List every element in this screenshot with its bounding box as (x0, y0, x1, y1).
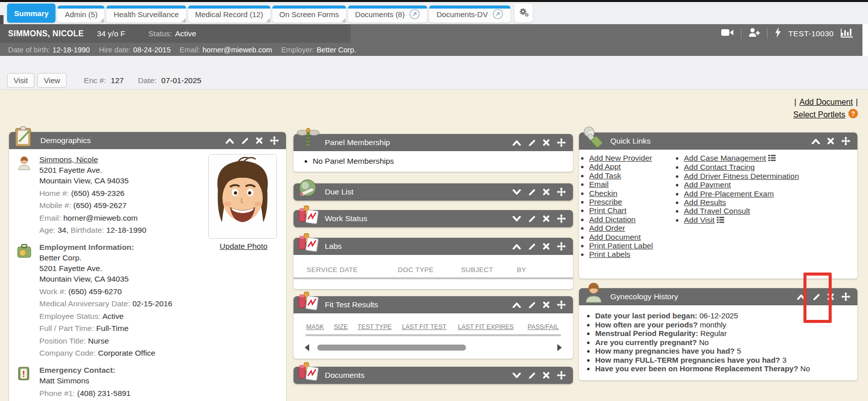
close-icon[interactable] (543, 188, 550, 195)
expand-icon[interactable] (512, 189, 521, 195)
edit-icon[interactable] (241, 137, 249, 145)
fit-col-mask[interactable]: MASK (306, 323, 324, 330)
edit-icon[interactable] (528, 372, 536, 379)
close-icon[interactable] (543, 372, 550, 379)
move-icon[interactable] (557, 300, 566, 309)
update-photo-link[interactable]: Update Photo (220, 242, 268, 251)
add-task-link[interactable]: Add Task (589, 171, 621, 180)
status-label: Status: (148, 29, 172, 38)
visit-button[interactable]: Visit (7, 73, 34, 88)
move-icon[interactable] (841, 137, 850, 146)
prescribe-link[interactable]: Prescribe (589, 197, 622, 206)
add-pre-placement-exam-link[interactable]: Add Pre-Placement Exam (684, 189, 774, 198)
tab-health-surveillance[interactable]: Health Surveillance (106, 6, 186, 23)
add-driver-fitness-link[interactable]: Add Driver Fitness Determination (684, 172, 799, 180)
scrollbar-track[interactable] (313, 345, 553, 351)
collapse-icon[interactable] (225, 138, 234, 144)
portlet-title: Demographics (40, 136, 91, 145)
labs-col-subject[interactable]: SUBJECT (461, 266, 516, 274)
edit-icon[interactable] (813, 293, 820, 301)
collapse-icon[interactable] (512, 302, 521, 308)
fit-col-size[interactable]: SIZE (334, 323, 348, 330)
help-icon[interactable]: ? (848, 109, 858, 120)
emergency-contact-icon: ! (16, 365, 39, 398)
collapse-icon[interactable] (797, 294, 805, 300)
add-results-link[interactable]: Add Results (684, 198, 726, 207)
open-new-window-icon[interactable] (492, 9, 503, 20)
print-patient-label-link[interactable]: Print Patient Label (589, 241, 653, 250)
tab-summary[interactable]: Summary (7, 4, 55, 23)
tab-on-screen-forms[interactable]: On Screen Forms (272, 6, 346, 23)
tab-label: On Screen Forms (279, 10, 339, 19)
fit-col-pass-fail[interactable]: PASS/FAIL (528, 323, 559, 330)
close-icon[interactable] (543, 215, 550, 222)
scrollbar-thumb[interactable] (317, 345, 466, 351)
add-travel-consult-link[interactable]: Add Travel Consult (684, 207, 750, 215)
move-icon[interactable] (270, 136, 279, 145)
open-new-window-icon[interactable] (409, 9, 420, 20)
close-icon[interactable] (543, 139, 550, 146)
add-visit-link[interactable]: Add Visit (684, 216, 715, 224)
scroll-right-icon[interactable] (557, 344, 562, 351)
move-icon[interactable] (557, 214, 566, 223)
tab-admin[interactable]: Admin (5) (57, 6, 104, 23)
add-document-link[interactable]: Add Document (799, 98, 853, 107)
close-icon[interactable] (827, 293, 834, 300)
expand-icon[interactable] (512, 373, 521, 378)
add-contact-tracing-link[interactable]: Add Contact Tracing (684, 163, 755, 171)
edit-icon[interactable] (528, 188, 536, 196)
move-icon[interactable] (557, 187, 566, 196)
fit-col-last-fit-expires[interactable]: LAST FIT EXPIRES (458, 323, 514, 330)
edit-icon[interactable] (528, 139, 536, 147)
bar-chart-icon[interactable] (841, 28, 853, 40)
add-user-icon[interactable] (748, 28, 760, 39)
labs-col-service-date[interactable]: SERVICE DATE (307, 266, 398, 274)
labs-col-doc-type[interactable]: DOC TYPE (398, 266, 461, 274)
add-dictation-link[interactable]: Add Dictation (589, 215, 635, 224)
tab-settings-button[interactable] (514, 4, 533, 23)
tab-documents[interactable]: Documents (8) (348, 6, 427, 23)
list-grid-icon[interactable] (768, 154, 776, 163)
tab-medical-record[interactable]: Medical Record (12) (188, 6, 270, 23)
fit-col-test-type[interactable]: TEST TYPE (358, 323, 392, 330)
add-document-link[interactable]: Add Document (589, 233, 641, 241)
edit-icon[interactable] (528, 301, 536, 309)
collapse-icon[interactable] (512, 244, 521, 249)
move-icon[interactable] (557, 371, 566, 380)
list-grid-icon[interactable] (717, 216, 724, 225)
horizontal-scrollbar[interactable] (305, 340, 562, 355)
edit-icon[interactable] (528, 215, 536, 223)
close-icon[interactable] (827, 138, 834, 145)
collapse-icon[interactable] (512, 140, 521, 146)
edit-icon[interactable] (528, 243, 536, 250)
video-camera-icon[interactable] (721, 28, 734, 39)
add-order-link[interactable]: Add Order (589, 224, 625, 232)
move-icon[interactable] (841, 292, 850, 301)
move-icon[interactable] (557, 138, 566, 147)
select-portlets-link[interactable]: Select Portlets (793, 110, 845, 119)
print-labels-link[interactable]: Print Labels (589, 250, 630, 258)
email-link[interactable]: Email (589, 180, 609, 188)
tab-documents-dv[interactable]: Documents-DV (429, 6, 510, 23)
close-icon[interactable] (256, 137, 263, 144)
woman-icon (582, 282, 605, 305)
lightning-icon[interactable] (775, 27, 781, 40)
move-icon[interactable] (557, 242, 566, 251)
collapse-icon[interactable] (812, 139, 820, 144)
patient-name-link[interactable]: Simmons, Nicole (39, 155, 98, 164)
scroll-left-icon[interactable] (305, 344, 309, 351)
add-new-provider-link[interactable]: Add New Provider (589, 154, 652, 162)
close-icon[interactable] (543, 243, 550, 250)
labs-col-by[interactable]: BY (517, 266, 560, 274)
close-icon[interactable] (543, 301, 550, 308)
quick-link-item: Add Order (589, 224, 674, 232)
expand-icon[interactable] (512, 216, 521, 222)
add-payment-link[interactable]: Add Payment (684, 180, 731, 189)
employer-label: Employer: (281, 46, 314, 54)
add-case-management-link[interactable]: Add Case Management (684, 154, 766, 162)
print-chart-link[interactable]: Print Chart (589, 206, 626, 215)
view-button[interactable]: View (37, 73, 67, 88)
checkin-link[interactable]: Checkin (589, 189, 617, 197)
add-appt-link[interactable]: Add Appt (589, 162, 621, 171)
fit-col-last-fit-test[interactable]: LAST FIT TEST (402, 323, 446, 330)
